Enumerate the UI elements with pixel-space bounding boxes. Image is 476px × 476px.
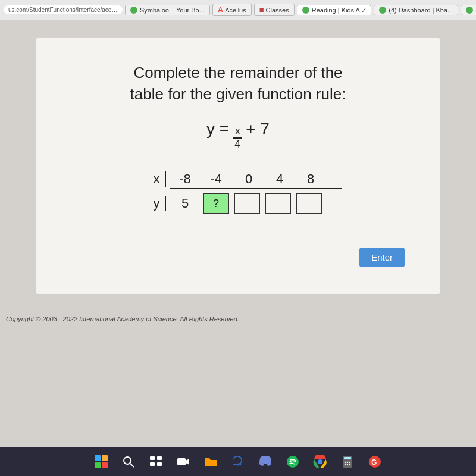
tab-icon-acellus: A [218,5,223,14]
footer-copyright: Copyright © 2003 - 2022 International Ac… [0,312,476,326]
discord-icon[interactable] [256,453,274,471]
svg-point-8 [287,456,299,468]
svg-marker-7 [186,459,189,465]
svg-point-16 [347,464,348,465]
y-input-1[interactable]: ? [203,193,229,214]
taskbar: G [0,447,476,476]
main-content: Complete the remainder of the table for … [0,20,476,447]
svg-rect-6 [177,458,186,465]
windows-start-button[interactable] [92,453,110,471]
svg-text:G: G [371,458,377,466]
svg-point-9 [318,459,322,464]
svg-rect-5 [157,462,162,466]
spotify-icon[interactable] [284,453,302,471]
question-title: Complete the remainder of the table for … [130,62,346,105]
fraction: x 4 [233,126,242,151]
task-view-icon[interactable] [147,453,165,471]
url-bar[interactable]: us.com/StudentFunctions/Interface/acell.… [4,5,123,14]
tab-reading[interactable]: Reading | Kids A-Z [297,5,372,15]
chrome-icon[interactable] [311,453,329,471]
tab-symbaloo[interactable]: Symbaloo – Your Bo... [125,5,210,15]
content-card: Complete the remainder of the table for … [36,38,440,294]
svg-point-13 [347,462,348,463]
y-input-4[interactable] [296,193,322,214]
browser-bar: us.com/StudentFunctions/Interface/acell.… [0,0,476,20]
calculator-icon[interactable] [339,453,356,471]
gsuite-icon[interactable]: G [366,453,384,471]
y-input-3[interactable] [265,193,291,214]
svg-point-0 [124,457,131,464]
svg-rect-11 [344,457,351,459]
svg-rect-4 [150,462,155,466]
tab-icon-dashboard [379,7,386,14]
camera-icon[interactable] [174,453,192,471]
tab-classes[interactable]: ■ Classes [254,4,295,16]
svg-rect-3 [157,456,162,460]
svg-line-1 [130,464,134,467]
table-divider [170,188,342,189]
tab-acellus[interactable]: A Acellus [212,4,252,16]
svg-rect-2 [150,456,155,460]
edge-icon[interactable] [229,453,247,471]
svg-point-15 [345,464,346,465]
files-icon[interactable] [202,453,220,471]
enter-button[interactable]: Enter [359,248,405,267]
tab-icon-reading [302,7,309,14]
svg-point-14 [349,462,350,463]
function-table: x -8 -4 0 4 8 y 5 ? [152,171,324,214]
tab-dashboard[interactable]: (4) Dashboard | Kha... [374,5,458,15]
equation-display: y = x 4 + 7 [206,120,270,151]
tab-grammarly[interactable]: Grammarly [461,5,476,15]
search-icon[interactable] [120,453,137,471]
tab-icon-classes: ■ [259,5,264,14]
svg-point-17 [349,464,350,465]
tab-icon-grammarly [466,7,473,14]
svg-point-12 [345,462,346,463]
y-row: y 5 ? [152,193,324,214]
answer-input[interactable] [71,244,347,258]
y-input-2[interactable] [234,193,260,214]
tab-icon-symbaloo [130,7,137,14]
x-row: x -8 -4 0 4 8 [152,171,324,187]
